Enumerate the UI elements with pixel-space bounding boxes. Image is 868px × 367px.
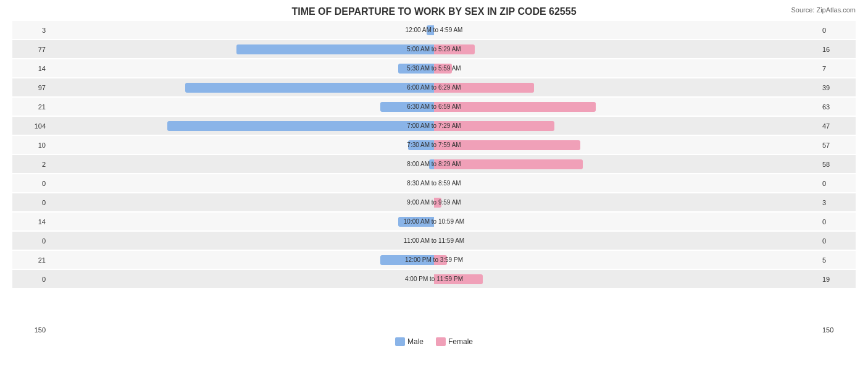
male-value: 14 [12,218,49,226]
bars-area: 5:00 AM to 5:29 AM [49,40,819,58]
time-label: 5:00 AM to 5:29 AM [407,46,461,53]
chart-row: 976:00 AM to 6:29 AM39 [12,78,856,96]
male-value: 21 [12,256,49,264]
male-value: 21 [12,103,49,111]
male-value: 0 [12,276,49,283]
time-label: 7:00 AM to 7:29 AM [407,122,461,129]
female-value: 0 [819,27,856,34]
time-label: 12:00 PM to 3:59 PM [405,256,463,263]
time-label: 11:00 AM to 11:59 AM [404,237,464,244]
female-value: 5 [819,256,856,264]
male-value: 3 [12,27,49,34]
female-legend-label: Female [448,337,473,346]
source-label: Source: ZipAtlas.com [791,6,856,14]
time-label: 6:00 AM to 6:29 AM [407,84,461,91]
male-value: 2 [12,161,49,168]
bars-area: 7:00 AM to 7:29 AM [49,117,819,135]
axis-row: 150 150 [12,326,856,334]
male-value: 97 [12,84,49,91]
male-value: 14 [12,65,49,72]
female-value: 39 [819,84,856,91]
chart-row: 28:00 AM to 8:29 AM58 [12,155,856,173]
female-value: 58 [819,161,856,168]
bars-area: 9:00 AM to 9:59 AM [49,193,819,211]
male-value: 104 [12,122,49,130]
female-value: 47 [819,122,856,130]
chart-row: 08:30 AM to 8:59 AM0 [12,174,856,192]
time-label: 9:00 AM to 9:59 AM [407,199,461,206]
female-value: 0 [819,180,856,187]
bars-area: 10:00 AM to 10:59 AM [49,213,819,230]
legend-male: Male [395,337,424,346]
chart-row: 107:30 AM to 7:59 AM57 [12,136,856,154]
bars-area: 12:00 PM to 3:59 PM [49,251,819,269]
bars-area: 6:30 AM to 6:59 AM [49,98,819,116]
male-value: 0 [12,180,49,187]
chart-row: 011:00 AM to 11:59 AM0 [12,232,856,250]
male-bar [236,44,434,54]
chart-row: 09:00 AM to 9:59 AM3 [12,193,856,211]
bars-area: 8:00 AM to 8:29 AM [49,155,819,173]
male-legend-label: Male [407,337,424,346]
male-value: 10 [12,141,49,149]
male-value: 0 [12,237,49,245]
bars-area: 5:30 AM to 5:59 AM [49,59,819,77]
chart-row: 216:30 AM to 6:59 AM63 [12,98,856,116]
male-bar [167,121,434,131]
bars-area: 8:30 AM to 8:59 AM [49,174,819,192]
time-label: 8:30 AM to 8:59 AM [407,180,461,187]
female-value: 7 [819,65,856,72]
axis-right-label: 150 [819,326,856,334]
bars-area: 12:00 AM to 4:59 AM [49,21,819,39]
bars-area: 11:00 AM to 11:59 AM [49,232,819,250]
female-value: 0 [819,237,856,245]
female-value: 19 [819,276,856,283]
female-legend-box [436,337,446,346]
female-value: 16 [819,46,856,53]
legend-female: Female [436,337,473,346]
male-legend-box [395,337,405,346]
time-label: 4:00 PM to 11:59 PM [405,276,463,282]
male-value: 0 [12,199,49,206]
chart-row: 1410:00 AM to 10:59 AM0 [12,213,856,230]
female-value: 0 [819,218,856,226]
time-label: 8:00 AM to 8:29 AM [407,161,461,167]
chart-row: 1047:00 AM to 7:29 AM47 [12,117,856,135]
chart-row: 145:30 AM to 5:59 AM7 [12,59,856,77]
chart-row: 04:00 PM to 11:59 PM19 [12,270,856,288]
chart-area: 312:00 AM to 4:59 AM0775:00 AM to 5:29 A… [12,21,856,324]
chart-row: 2112:00 PM to 3:59 PM5 [12,251,856,269]
chart-title: TIME OF DEPARTURE TO WORK BY SEX IN ZIP … [12,6,856,17]
chart-row: 312:00 AM to 4:59 AM0 [12,21,856,39]
legend: Male Female [12,337,856,346]
bars-area: 4:00 PM to 11:59 PM [49,270,819,288]
female-value: 3 [819,199,856,206]
time-label: 6:30 AM to 6:59 AM [407,103,461,110]
time-label: 12:00 AM to 4:59 AM [406,27,463,33]
time-label: 7:30 AM to 7:59 AM [407,141,461,148]
time-label: 10:00 AM to 10:59 AM [404,218,464,225]
chart-container: TIME OF DEPARTURE TO WORK BY SEX IN ZIP … [0,0,868,367]
female-value: 63 [819,103,856,111]
male-bar [185,83,434,93]
axis-left-label: 150 [12,326,49,334]
bars-area: 6:00 AM to 6:29 AM [49,78,819,96]
female-value: 57 [819,141,856,149]
male-value: 77 [12,46,49,53]
bars-area: 7:30 AM to 7:59 AM [49,136,819,154]
time-label: 5:30 AM to 5:59 AM [407,65,461,72]
chart-row: 775:00 AM to 5:29 AM16 [12,40,856,58]
